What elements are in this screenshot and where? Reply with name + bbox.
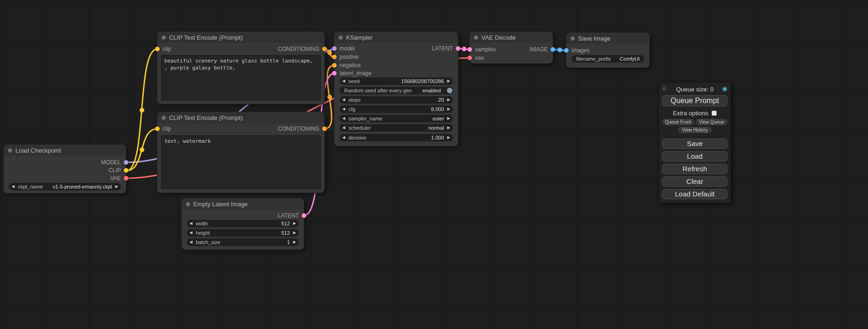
widget-seed[interactable]: ◀ seed 156680208700286 ▶ [339,77,453,85]
left-arrow-icon[interactable]: ◀ [190,231,192,235]
widget-value: 20 [438,97,444,103]
node-vae-decode[interactable]: VAE Decode samples vae IMAGE [470,32,553,63]
port-dot-latent[interactable] [332,71,337,76]
right-arrow-icon[interactable]: ▶ [293,240,296,244]
node-title-bar[interactable]: CLIP Text Encode (Prompt) [157,32,325,43]
port-dot-latent[interactable] [302,213,306,218]
right-arrow-icon[interactable]: ▶ [293,222,296,225]
right-arrow-icon[interactable]: ▶ [447,79,450,83]
widget-label: denoise [348,135,367,140]
port-dot-latent[interactable] [456,46,460,51]
input-port-latent-image: latent_image [332,70,372,77]
node-title-bar[interactable]: Load Checkpoint [4,145,126,156]
port-dot-clip[interactable] [155,126,160,131]
collapse-dot[interactable] [8,148,12,153]
queue-prompt-button[interactable]: Queue Prompt [662,95,727,106]
node-save-image[interactable]: Save Image images filename_prefix ComfyU… [566,33,649,68]
left-arrow-icon[interactable]: ◀ [342,117,345,120]
node-title: Empty Latent Image [193,201,247,208]
right-arrow-icon[interactable]: ▶ [293,231,296,235]
widget-label: Random seed after every gen [344,88,412,93]
right-arrow-icon[interactable]: ▶ [447,136,450,140]
port-dot-conditioning[interactable] [332,55,337,59]
port-dot-model[interactable] [124,160,128,165]
widget-ckpt-name[interactable]: ◀ ckpt_name v1-5-pruned-emaonly.ckpt ▶ [9,183,121,190]
node-title-bar[interactable]: VAE Decode [470,32,553,43]
widget-value: 512 [281,230,289,236]
port-dot-model[interactable] [332,46,337,51]
widget-scheduler[interactable]: ◀ scheduler normal ▶ [339,124,453,132]
collapse-dot[interactable] [162,35,166,40]
port-dot-latent[interactable] [467,47,472,52]
node-empty-latent-image[interactable]: Empty Latent Image LATENT ◀ width 512 ▶ … [182,198,304,250]
prompt-text-input[interactable]: text, watermark [161,135,321,189]
node-title-bar[interactable]: CLIP Text Encode (Prompt) [157,112,325,123]
port-dot-image[interactable] [550,47,555,52]
left-arrow-icon[interactable]: ◀ [342,126,345,130]
right-arrow-icon[interactable]: ▶ [115,185,118,189]
widget-label: sampler_name [348,116,382,121]
widget-label: ckpt_name [18,184,43,189]
widget-steps[interactable]: ◀ steps 20 ▶ [339,96,453,104]
load-default-button[interactable]: Load Default [662,189,727,199]
widget-cfg[interactable]: ◀ cfg 8.000 ▶ [339,105,453,113]
port-dot-vae[interactable] [467,56,472,60]
widget-value: enabled [423,88,441,93]
queue-size-label: Queue size: 0 [670,86,720,93]
right-arrow-icon[interactable]: ▶ [447,98,450,102]
left-arrow-icon[interactable]: ◀ [342,136,345,140]
port-dot-conditioning[interactable] [322,126,327,131]
save-button[interactable]: Save [662,139,727,149]
widget-denoise[interactable]: ◀ denoise 1.000 ▶ [339,134,453,141]
node-load-checkpoint[interactable]: Load Checkpoint MODEL CLIP VAE ◀ ckpt_na… [4,145,126,193]
load-button[interactable]: Load [662,151,727,161]
widget-value: 1.000 [431,135,444,140]
port-dot-clip[interactable] [155,47,160,51]
widget-random-seed[interactable]: Random seed after every gen enabled [339,87,453,94]
node-title-bar[interactable]: KSampler [334,32,458,43]
widget-sampler-name[interactable]: ◀ sampler_name euler ▶ [339,115,453,122]
drag-handle-icon[interactable]: ⠿ [662,86,670,92]
widget-value: ComfyUI [620,56,640,62]
widget-filename-prefix[interactable]: filename_prefix ComfyUI [572,55,644,63]
view-queue-button[interactable]: View Queue [696,119,727,125]
node-ksampler[interactable]: KSampler model positive negative latent_… [334,32,458,146]
port-label: model [339,45,355,52]
main-menu-panel[interactable]: ⠿ Queue size: 0 ✱ Queue Prompt Extra opt… [658,82,731,203]
node-title-bar[interactable]: Empty Latent Image [182,198,304,210]
refresh-button[interactable]: Refresh [662,164,727,174]
settings-gear-icon[interactable]: ✱ [720,85,727,93]
left-arrow-icon[interactable]: ◀ [12,185,14,189]
port-dot-vae[interactable] [124,176,128,181]
right-arrow-icon[interactable]: ▶ [447,117,450,120]
port-dot-conditioning[interactable] [332,63,337,68]
left-arrow-icon[interactable]: ◀ [190,240,192,244]
left-arrow-icon[interactable]: ◀ [342,107,345,111]
clear-button[interactable]: Clear [662,176,727,187]
right-arrow-icon[interactable]: ▶ [447,107,450,111]
node-title-bar[interactable]: Save Image [566,33,649,44]
widget-width[interactable]: ◀ width 512 ▶ [187,220,299,227]
left-arrow-icon[interactable]: ◀ [342,79,345,83]
queue-front-button[interactable]: Queue Front [662,119,694,125]
view-history-button[interactable]: View History [678,127,712,133]
collapse-dot[interactable] [186,202,190,206]
right-arrow-icon[interactable]: ▶ [447,126,450,130]
collapse-dot[interactable] [162,116,166,120]
node-title: Load Checkpoint [15,147,61,154]
widget-height[interactable]: ◀ height 512 ▶ [187,229,299,237]
port-dot-image[interactable] [564,48,569,53]
toggle-knob[interactable] [447,88,452,93]
node-clip-text-encode-positive[interactable]: CLIP Text Encode (Prompt) clip CONDITION… [157,32,325,104]
left-arrow-icon[interactable]: ◀ [342,98,345,102]
collapse-dot[interactable] [571,36,575,41]
port-dot-clip[interactable] [124,168,128,173]
extra-options-checkbox[interactable] [712,111,717,116]
widget-batch-size[interactable]: ◀ batch_size 1 ▶ [187,238,299,246]
collapse-dot[interactable] [474,35,478,40]
collapse-dot[interactable] [339,35,343,40]
prompt-text-input[interactable]: beautiful scenery nature glass bottle la… [161,55,321,100]
left-arrow-icon[interactable]: ◀ [190,222,192,225]
port-dot-conditioning[interactable] [322,47,327,51]
node-clip-text-encode-negative[interactable]: CLIP Text Encode (Prompt) clip CONDITION… [157,112,325,193]
